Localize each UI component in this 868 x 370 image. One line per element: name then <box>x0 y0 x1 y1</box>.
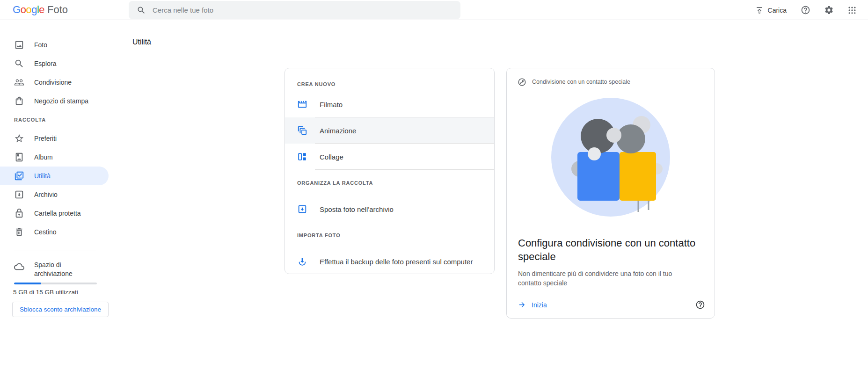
row-collage[interactable]: Collage <box>285 144 494 170</box>
photo-icon <box>14 40 24 50</box>
sidebar-item-foto[interactable]: Foto <box>0 36 109 54</box>
help-button[interactable] <box>796 1 815 20</box>
sidebar-item-label: Negozio di stampa <box>34 97 88 105</box>
special-contact-icon <box>518 78 526 86</box>
page-title: Utilità <box>132 38 151 46</box>
collage-icon <box>297 152 307 162</box>
sidebar-item-negozio-di-stampa[interactable]: Negozio di stampa <box>0 92 109 110</box>
sidebar-item-esplora[interactable]: Esplora <box>0 54 109 73</box>
row-backup-foto-computer[interactable]: Effettua il backup delle foto presenti s… <box>285 248 494 274</box>
sidebar-item-preferiti[interactable]: Preferiti <box>0 129 109 148</box>
archive-move-icon <box>297 204 307 214</box>
storage-label: Spazio di archiviazione <box>34 261 90 278</box>
sidebar: Foto Esplora Condivisione Negozio di sta… <box>0 20 120 370</box>
star-icon <box>14 133 24 144</box>
animation-icon <box>297 125 307 136</box>
google-apps-button[interactable] <box>843 1 861 20</box>
sidebar-item-label: Album <box>34 153 53 161</box>
section-header-importa: IMPORTA FOTO <box>285 222 494 248</box>
content-divider <box>123 54 868 54</box>
sidebar-item-label: Archivio <box>34 191 58 198</box>
storage-progress-fill <box>14 283 41 284</box>
upload-icon <box>755 6 764 15</box>
archive-icon <box>14 189 24 200</box>
start-button-label: Inizia <box>532 301 547 309</box>
sidebar-item-utilita[interactable]: Utilità <box>0 167 109 185</box>
sidebar-item-cestino[interactable]: Cestino <box>0 223 109 241</box>
special-contact-promo-card: Condivisione con un contatto speciale Co… <box>506 68 715 319</box>
sidebar-item-archivio[interactable]: Archivio <box>0 185 109 204</box>
movie-icon <box>297 99 307 109</box>
top-app-bar: Google Foto Carica <box>0 0 868 20</box>
row-label: Filmato <box>320 101 343 109</box>
lock-icon <box>14 208 24 218</box>
search-input[interactable] <box>153 6 433 14</box>
row-animazione[interactable]: Animazione <box>285 117 494 144</box>
promo-title: Configura condivisione con un contatto s… <box>518 236 703 263</box>
special-contact-illustration <box>551 98 670 217</box>
google-logo-text: Google <box>13 4 44 16</box>
arrow-right-icon <box>518 301 526 309</box>
promo-card-header: Condivisione con un contatto speciale <box>507 68 715 89</box>
row-sposta-foto-archivio[interactable]: Sposta foto nell'archivio <box>285 196 494 222</box>
sidebar-item-label: Foto <box>34 41 47 49</box>
product-name: Foto <box>47 4 68 16</box>
apps-grid-icon <box>847 6 857 15</box>
storage-usage-text: 5 GB di 15 GB utilizzati <box>13 289 120 296</box>
gear-icon <box>824 5 834 15</box>
topbar-actions: Carica <box>750 0 861 20</box>
upload-button[interactable]: Carica <box>750 3 791 18</box>
sidebar-divider <box>14 251 96 251</box>
people-icon <box>14 77 24 87</box>
sidebar-item-album[interactable]: Album <box>0 148 109 167</box>
promo-description: Non dimenticare più di condividere una f… <box>518 269 682 288</box>
sidebar-item-label: Utilità <box>34 172 51 180</box>
google-photos-logo[interactable]: Google Foto <box>13 4 68 16</box>
promo-illustration <box>507 98 715 217</box>
utilities-card: CREA NUOVO Filmato Animazione Collage OR… <box>284 68 495 274</box>
row-label: Sposta foto nell'archivio <box>320 205 394 213</box>
sidebar-item-cartella-protetta[interactable]: Cartella protetta <box>0 204 109 223</box>
sidebar-item-label: Preferiti <box>34 135 57 142</box>
upload-label: Carica <box>768 7 787 14</box>
section-header-organizza: ORGANIZZA LA RACCOLTA <box>285 170 494 196</box>
sidebar-item-label: Cestino <box>34 228 56 236</box>
utilities-check-icon <box>14 171 24 181</box>
help-icon <box>801 5 810 15</box>
sidebar-item-label: Condivisione <box>34 79 72 86</box>
search-icon <box>137 6 146 15</box>
sidebar-item-condivisione[interactable]: Condivisione <box>0 73 109 92</box>
trash-icon <box>14 227 24 237</box>
shopping-bag-icon <box>14 96 24 106</box>
promo-help-icon[interactable] <box>695 300 705 310</box>
storage-section[interactable]: Spazio di archiviazione <box>0 261 120 278</box>
unlock-storage-discount-button[interactable]: Sblocca sconto archiviazione <box>12 302 109 317</box>
row-label: Effettua il backup delle foto presenti s… <box>320 258 473 266</box>
storage-progress-bar <box>14 283 97 284</box>
row-label: Collage <box>320 153 343 161</box>
search-bar[interactable] <box>129 1 460 19</box>
start-button[interactable]: Inizia <box>518 301 547 309</box>
settings-button[interactable] <box>819 1 838 20</box>
album-icon <box>14 152 24 162</box>
section-header-crea-nuovo: CREA NUOVO <box>285 68 494 91</box>
row-label: Animazione <box>320 127 356 135</box>
row-filmato[interactable]: Filmato <box>285 91 494 117</box>
explore-search-icon <box>14 58 24 69</box>
promo-footer: Inizia <box>518 300 705 310</box>
sidebar-item-label: Esplora <box>34 60 56 67</box>
cloud-icon <box>14 261 24 272</box>
sidebar-item-label: Cartella protetta <box>34 210 81 217</box>
sidebar-section-raccolta: RACCOLTA <box>0 110 120 129</box>
download-icon <box>297 256 307 267</box>
promo-header-label: Condivisione con un contatto speciale <box>532 79 630 85</box>
